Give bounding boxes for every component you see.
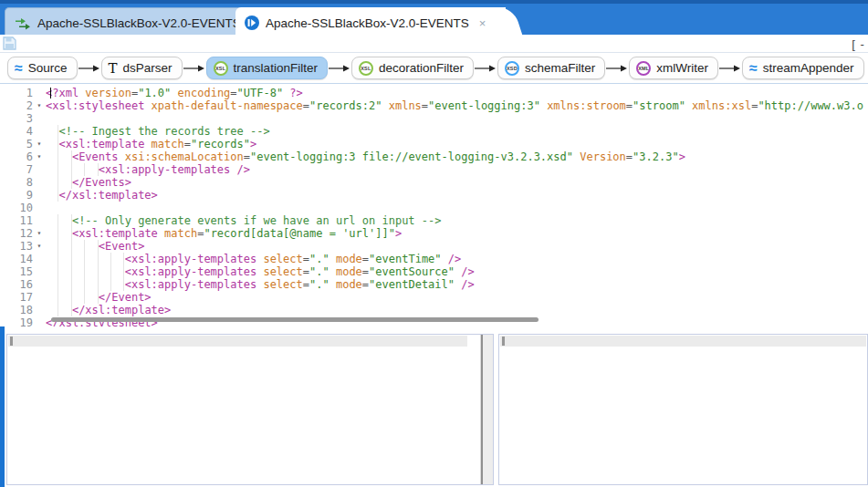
line-gutter[interactable]: 4 — [0, 125, 46, 138]
pane-horizontal-scrollbar[interactable] — [500, 336, 866, 347]
line-gutter[interactable]: 5▾ — [0, 138, 46, 150]
tab-label: Apache-SSLBlackBox-V2.0-EVENTS — [37, 16, 241, 30]
code-text: </Events> — [46, 176, 868, 189]
code-line[interactable]: 7 <xsl:apply-templates /> — [0, 163, 868, 176]
token-attr: Version — [580, 150, 626, 163]
line-number: 2 — [0, 99, 33, 112]
token-tag: <xsl:template — [72, 227, 164, 240]
pipeline-element-label: dsParser — [123, 61, 173, 75]
token-str: "records:2" — [309, 99, 382, 112]
line-number: 13 — [0, 240, 33, 253]
line-gutter[interactable]: 6▾ — [0, 150, 46, 163]
code-line[interactable]: 3 — [0, 112, 868, 125]
save-button[interactable] — [3, 36, 16, 50]
scrollbar-thumb[interactable] — [481, 335, 483, 484]
fold-arrow-icon[interactable]: ▾ — [33, 227, 46, 240]
line-gutter[interactable]: 16 — [0, 278, 46, 291]
line-number: 17 — [0, 291, 33, 304]
tab-feed[interactable]: Apache-SSLBlackBox-V2.0-EVENTS × — [5, 7, 267, 38]
code-line[interactable]: 11 <!-- Only generate events if we have … — [0, 214, 868, 227]
token-pun: = — [230, 87, 236, 99]
token-ind — [46, 227, 72, 240]
line-gutter[interactable]: 12▾ — [0, 227, 46, 240]
pipeline-element-schemafilter[interactable]: XSD schemaFilter — [497, 57, 605, 79]
line-gutter[interactable]: 2▾ — [0, 99, 46, 112]
token-pun: = — [303, 278, 309, 291]
line-gutter[interactable]: 14 — [0, 253, 46, 265]
token-ind — [46, 214, 72, 227]
line-gutter[interactable]: 11 — [0, 214, 46, 227]
horizontal-scrollbar[interactable] — [51, 317, 539, 322]
code-text: </xsl:template> — [46, 304, 868, 316]
token-attr: match — [152, 138, 184, 150]
pipeline-element-xmlwriter[interactable]: XML xmlWriter — [629, 57, 718, 79]
code-line[interactable]: 18 </xsl:template> — [0, 304, 868, 316]
code-line[interactable]: 12▾ <xsl:template match="record[data[@na… — [0, 227, 868, 240]
scrollbar-thumb[interactable] — [10, 337, 13, 346]
line-gutter[interactable]: 3 — [0, 112, 46, 125]
pane-horizontal-scrollbar[interactable] — [8, 336, 467, 347]
code-line[interactable]: 5▾ <xsl:template match="records"> — [0, 138, 868, 150]
code-line[interactable]: 10 — [0, 202, 868, 214]
fold-arrow-icon[interactable]: ▾ — [33, 138, 46, 150]
token-str: "stroom" — [633, 99, 685, 112]
xslt-code-editor[interactable]: 1<?xml version="1.0" encoding="UTF-8" ?>… — [0, 84, 868, 326]
token-tag: <Events — [72, 150, 125, 163]
code-line[interactable]: 4 <!-- Ingest the records tree --> — [0, 125, 868, 138]
pane-vertical-scrollbar[interactable] — [480, 335, 493, 484]
code-line[interactable]: 2▾<xsl:stylesheet xpath-default-namespac… — [0, 99, 868, 112]
line-gutter[interactable]: 9 — [0, 189, 46, 202]
line-gutter[interactable]: 7 — [0, 163, 46, 176]
code-line[interactable]: 16 <xsl:apply-templates select="." mode=… — [0, 278, 868, 291]
code-line[interactable]: 14 <xsl:apply-templates select="." mode=… — [0, 253, 868, 265]
tab-pipeline[interactable]: Apache-SSLBlackBox-V2.0-EVENTS × — [235, 7, 506, 38]
pipeline-element-source[interactable]: ≈ Source — [7, 57, 78, 79]
pipeline-element-streamappender[interactable]: ≈ streamAppender — [742, 57, 864, 79]
fold-arrow-icon[interactable]: ▾ — [33, 150, 46, 163]
pipeline-element-decorationfilter[interactable]: XSL decorationFilter — [351, 57, 474, 79]
token-attr: mode — [336, 265, 362, 278]
line-gutter[interactable]: 17 — [0, 291, 46, 304]
code-line[interactable]: 9 </xsl:template> — [0, 189, 868, 202]
pipeline-element-label: streamAppender — [763, 61, 854, 75]
token-pun — [382, 99, 388, 112]
code-text: <xsl:stylesheet xpath-default-namespace=… — [46, 99, 868, 112]
token-pun: = — [362, 278, 369, 291]
line-gutter[interactable]: 18 — [0, 304, 46, 316]
code-line[interactable]: 15 <xsl:apply-templates select="." mode=… — [0, 265, 868, 278]
line-gutter[interactable]: 15 — [0, 265, 46, 278]
tab-close-icon[interactable]: × — [479, 16, 486, 30]
fold-spacer — [33, 291, 46, 304]
code-text: <xsl:apply-templates select="." mode="ev… — [46, 253, 868, 265]
token-pun — [329, 265, 336, 278]
line-gutter[interactable]: 1 — [0, 87, 46, 99]
token-tag: </xsl:template> — [58, 189, 157, 202]
scrollbar-thumb[interactable] — [502, 337, 505, 346]
fold-spacer — [33, 253, 46, 265]
line-gutter[interactable]: 19 — [0, 316, 46, 326]
fold-arrow-icon[interactable]: ▾ — [33, 99, 46, 112]
code-line[interactable]: 6▾ <Events xsi:schemaLocation="event-log… — [0, 150, 868, 163]
line-gutter[interactable]: 10 — [0, 202, 46, 214]
line-number: 4 — [0, 125, 33, 138]
output-data-pane[interactable] — [498, 334, 868, 485]
input-data-pane[interactable] — [6, 334, 494, 485]
code-line[interactable]: 8 </Events> — [0, 176, 868, 189]
code-line[interactable]: 1<?xml version="1.0" encoding="UTF-8" ?> — [0, 87, 868, 99]
pipeline-element-translationfilter[interactable]: XSL translationFilter — [206, 57, 328, 79]
fold-arrow-icon[interactable]: ▾ — [33, 240, 46, 253]
line-number: 6 — [0, 150, 33, 163]
flow-arrow-icon — [78, 64, 100, 73]
line-gutter[interactable]: 8 — [0, 176, 46, 189]
token-ind — [46, 253, 125, 265]
token-attr: version — [85, 87, 131, 99]
fold-spacer — [33, 304, 46, 316]
code-line[interactable]: 17 </Event> — [0, 291, 868, 304]
line-gutter[interactable]: 13▾ — [0, 240, 46, 253]
fold-spacer — [33, 112, 46, 125]
token-tag: /> — [442, 253, 462, 265]
flow-arrow-icon — [606, 64, 628, 73]
pipeline-element-dsparser[interactable]: T dsParser — [101, 57, 183, 79]
pipeline-element-label: decorationFilter — [379, 61, 464, 75]
code-line[interactable]: 13▾ <Event> — [0, 240, 868, 253]
